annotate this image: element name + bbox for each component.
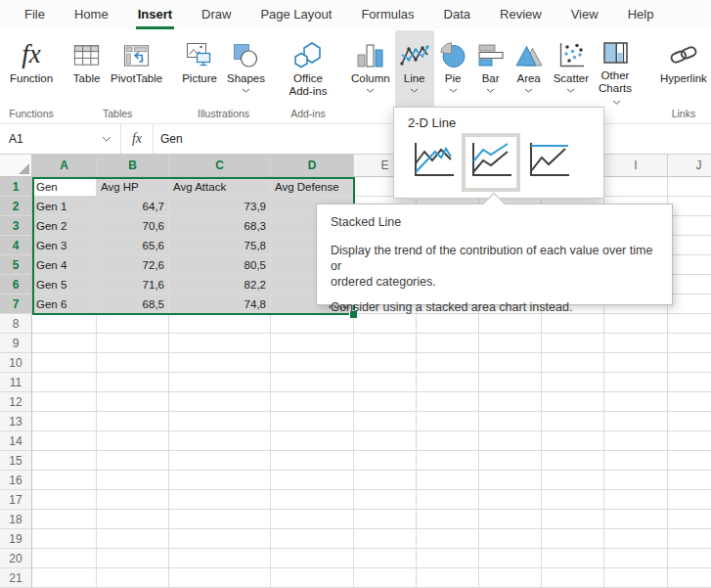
cell-H20[interactable]	[542, 549, 604, 568]
row-header-20[interactable]: 20	[0, 549, 32, 568]
cell-F13[interactable]	[417, 412, 479, 431]
cell-C19[interactable]	[169, 529, 271, 549]
office-addins-button[interactable]: Office Add-ins	[280, 30, 336, 108]
cell-D8[interactable]	[271, 314, 354, 334]
cell-H11[interactable]	[542, 373, 604, 392]
table-button[interactable]: Table	[67, 30, 106, 108]
cell-B16[interactable]	[97, 471, 169, 490]
cell-B7[interactable]: 68,5	[97, 294, 169, 314]
cell-D10[interactable]	[271, 353, 354, 373]
cell-H12[interactable]	[542, 392, 604, 412]
row-header-21[interactable]: 21	[0, 568, 32, 588]
cell-F12[interactable]	[417, 392, 479, 412]
cell-E10[interactable]	[354, 353, 417, 373]
cell-H18[interactable]	[542, 510, 604, 529]
cell-J5[interactable]	[668, 255, 711, 275]
cell-A14[interactable]	[32, 431, 97, 451]
cell-J8[interactable]	[668, 314, 711, 334]
cell-D18[interactable]	[271, 510, 354, 529]
cell-C12[interactable]	[169, 392, 271, 412]
cell-A16[interactable]	[32, 471, 97, 490]
select-all-corner[interactable]	[0, 155, 32, 177]
cell-I19[interactable]	[604, 529, 668, 549]
cell-F20[interactable]	[417, 549, 479, 568]
cell-B5[interactable]: 72,6	[97, 255, 169, 275]
cell-H19[interactable]	[542, 529, 604, 549]
hyperlink-button[interactable]: Hyperlink	[655, 30, 711, 108]
cell-C18[interactable]	[169, 510, 271, 529]
cell-D1[interactable]: Avg Defense	[271, 177, 354, 197]
cell-H8[interactable]	[542, 314, 604, 334]
column-header-I[interactable]: I	[604, 155, 668, 177]
menu-tab-insert[interactable]: Insert	[123, 0, 187, 29]
cell-F10[interactable]	[417, 353, 479, 373]
menu-tab-draw[interactable]: Draw	[187, 0, 245, 29]
cell-C8[interactable]	[169, 314, 271, 334]
row-header-3[interactable]: 3	[0, 216, 32, 236]
cell-B12[interactable]	[97, 392, 169, 412]
option-stacked-line[interactable]	[462, 133, 520, 192]
cell-F17[interactable]	[417, 490, 479, 510]
cell-C5[interactable]: 80,5	[169, 255, 271, 275]
picture-button[interactable]: Picture	[177, 30, 222, 108]
menu-tab-formulas[interactable]: Formulas	[346, 0, 428, 29]
cell-I13[interactable]	[604, 412, 668, 431]
row-header-14[interactable]: 14	[0, 431, 32, 451]
column-header-A[interactable]: A	[32, 155, 97, 177]
row-header-17[interactable]: 17	[0, 490, 32, 510]
insert-function-button[interactable]: fx	[121, 124, 154, 154]
cell-B17[interactable]	[97, 490, 169, 510]
cell-D17[interactable]	[271, 490, 354, 510]
cell-J10[interactable]	[668, 353, 711, 373]
row-header-10[interactable]: 10	[0, 353, 32, 373]
cell-A6[interactable]: Gen 5	[32, 275, 97, 294]
cell-D11[interactable]	[271, 373, 354, 392]
name-box-chevron-icon[interactable]	[102, 136, 111, 142]
cell-F14[interactable]	[417, 431, 479, 451]
cell-E15[interactable]	[354, 451, 417, 471]
shapes-button[interactable]: Shapes	[222, 30, 270, 108]
cell-A8[interactable]	[32, 314, 97, 334]
cell-E12[interactable]	[354, 392, 417, 412]
cell-E17[interactable]	[354, 490, 417, 510]
cell-A4[interactable]: Gen 3	[32, 236, 97, 255]
cell-I12[interactable]	[604, 392, 668, 412]
row-header-13[interactable]: 13	[0, 412, 32, 431]
cell-B1[interactable]: Avg HP	[97, 177, 169, 197]
cell-D16[interactable]	[271, 471, 354, 490]
menu-tab-file[interactable]: File	[10, 0, 60, 29]
cell-F19[interactable]	[417, 529, 479, 549]
cell-E20[interactable]	[354, 549, 417, 568]
cell-A3[interactable]: Gen 2	[32, 216, 97, 236]
cell-E16[interactable]	[354, 471, 417, 490]
cell-F15[interactable]	[417, 451, 479, 471]
cell-E8[interactable]	[354, 314, 417, 334]
cell-A5[interactable]: Gen 4	[32, 255, 97, 275]
cell-C13[interactable]	[169, 412, 271, 431]
pivottable-button[interactable]: PivotTable	[106, 30, 167, 108]
cell-G21[interactable]	[479, 568, 542, 588]
cell-B11[interactable]	[97, 373, 169, 392]
cell-A18[interactable]	[32, 510, 97, 529]
column-header-B[interactable]: B	[97, 155, 169, 177]
cell-J4[interactable]	[668, 236, 711, 255]
cell-J7[interactable]	[668, 294, 711, 314]
cell-E19[interactable]	[354, 529, 417, 549]
cell-A20[interactable]	[32, 549, 97, 568]
cell-A15[interactable]	[32, 451, 97, 471]
cell-B18[interactable]	[97, 510, 169, 529]
cell-I17[interactable]	[604, 490, 668, 510]
cell-A19[interactable]	[32, 529, 97, 549]
cell-B20[interactable]	[97, 549, 169, 568]
cell-J21[interactable]	[668, 568, 711, 588]
cell-A21[interactable]	[32, 568, 97, 588]
cell-F21[interactable]	[417, 568, 479, 588]
cell-J17[interactable]	[668, 490, 711, 510]
cell-J11[interactable]	[668, 373, 711, 392]
cell-G17[interactable]	[479, 490, 542, 510]
cell-C3[interactable]: 68,3	[169, 216, 271, 236]
cell-G16[interactable]	[479, 471, 542, 490]
cell-I1[interactable]	[604, 177, 668, 197]
row-header-4[interactable]: 4	[0, 236, 32, 255]
cell-I10[interactable]	[604, 353, 668, 373]
